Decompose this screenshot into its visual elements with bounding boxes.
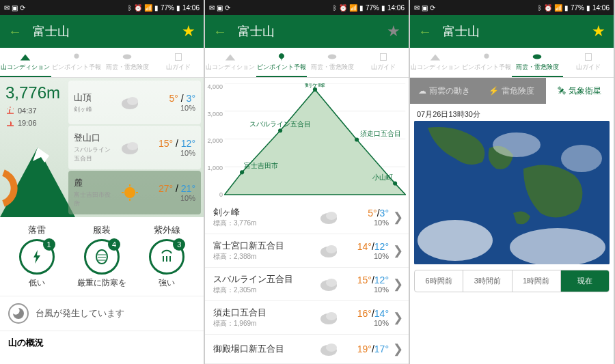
svg-text:剣ヶ峰: 剣ヶ峰 [305,83,325,88]
page-title: 富士山 [33,23,171,40]
sunrise-row: 04:37 [5,107,63,115]
status-bar: ✉ ▣ ⟳ ᛒ ⏰ 📶 ▮ 77% ▮ 14:06 [0,0,204,15]
tab-guide[interactable]: 山ガイド [358,48,409,77]
chevron-right-icon: ❯ [389,341,403,356]
svg-point-17 [328,54,337,59]
time-btn-1h[interactable]: 1時間前 [512,270,561,292]
alarm-icon: ⏰ [134,4,142,12]
favorite-button[interactable]: ★ [592,23,605,40]
tab-condition[interactable]: 山コンディション [410,48,461,77]
typhoon-alert[interactable]: 台風が発生しています [0,296,204,331]
svg-rect-18 [380,54,386,61]
screen-condition: ✉ ▣ ⟳ ᛒ ⏰ 📶 ▮ 77% ▮ 14:06 ← 富士山 ★ 山コンディシ… [0,0,204,364]
svg-point-28 [355,137,359,141]
point-row[interactable]: スバルライン五合目標高：2,305m 15°/12°10% ❯ [205,268,409,301]
cloud-icon [318,275,340,293]
svg-point-36 [326,212,337,220]
svg-point-7 [127,97,138,105]
svg-point-42 [326,312,337,320]
svg-point-25 [240,170,244,174]
tab-guide[interactable]: 山ガイド [563,48,614,77]
subtab-thunder[interactable]: ⚡雷危険度 [478,78,545,104]
bluetooth-icon: ᛒ [128,4,132,12]
tabs: 山コンディション ピンポイント予報 雨雲・雷危険度 山ガイド [410,48,614,78]
svg-rect-48 [585,54,591,61]
app-bar: ← 富士山 ★ [0,15,204,48]
cloud-icon [119,93,141,112]
chart-svg: 剣ヶ峰 スバルライン五合目 須走口五合目 富士吉田市 小山町 [224,83,406,198]
svg-point-47 [533,54,542,59]
metric-uv[interactable]: 紫外線 3 強い [135,224,200,289]
chevron-right-icon: ❯ [389,210,403,225]
lightning-icon [28,248,46,266]
cloud-icon [318,242,340,260]
screen-pinpoint: ✉▣⟳ ᛒ⏰📶▮77%▮14:06 ← 富士山 ★ 山コンディション ピンポイン… [205,0,409,364]
weather-card-trailhead[interactable]: 登山口スバルライン五合目 15° / 12°10% [68,126,201,169]
subtab-rain[interactable]: ☁雨雲の動き [410,78,478,104]
metric-clothing[interactable]: 服装 4 厳重に防寒を [69,224,134,289]
svg-point-40 [326,279,337,287]
tab-rain-thunder[interactable]: 雨雲・雷危険度 [307,48,358,77]
point-row[interactable]: 富士宮口新五合目標高：2,388m 14°/12°10% ❯ [205,234,409,268]
rain-icon: ☁ [418,86,426,96]
tab-rain-thunder[interactable]: 雨雲・雷危険度 [512,48,563,77]
svg-text:小山町: 小山町 [372,173,393,181]
battery-icon: ▮ [176,4,180,12]
notif-icon: ▣ [12,4,18,12]
clothing-icon [93,248,111,266]
point-row[interactable]: 御殿場口新五合目 19°/17° ❯ [205,335,409,364]
point-row[interactable]: 剣ヶ峰標高：3,776m 5°/3°10% ❯ [205,201,409,234]
typhoon-icon [8,303,29,324]
time-selector: 6時間前 3時間前 1時間前 現在 [414,270,610,292]
tab-pinpoint[interactable]: ピンポイント予報 [461,48,512,77]
status-bar: ✉▣⟳ ᛒ⏰📶▮77%▮14:06 [205,0,409,15]
back-button[interactable]: ← [418,24,432,40]
screen-satellite: ✉▣⟳ ᛒ⏰📶▮77%▮14:06 ← 富士山 ★ 山コンディション ピンポイン… [410,0,614,364]
subtabs: ☁雨雲の動き ⚡雷危険度 🛰気象衛星 [410,78,614,104]
chevron-right-icon: ❯ [389,310,403,325]
svg-point-29 [393,182,397,186]
tab-rain-thunder[interactable]: 雨雲・雷危険度 [102,48,153,77]
svg-text:須走口五合目: 須走口五合目 [360,130,401,137]
tab-condition[interactable]: 山コンディション [0,48,51,77]
svg-marker-16 [226,54,235,60]
svg-point-52 [493,132,541,157]
tabs: 山コンディション ピンポイント予報 雨雲・雷危険度 山ガイド [0,48,204,78]
point-row[interactable]: 須走口五合目標高：1,969m 16°/14°10% ❯ [205,301,409,335]
back-button[interactable]: ← [213,24,227,40]
sunset-row: 19:06 [5,119,63,127]
weather-card-summit[interactable]: 山頂剣ヶ峰 5° / 3°10% [68,81,201,124]
tab-guide[interactable]: 山ガイド [153,48,204,77]
satellite-icon: 🛰 [558,86,566,96]
tab-condition[interactable]: 山コンディション [205,48,256,77]
clock: 14:06 [182,4,200,12]
favorite-button[interactable]: ★ [387,23,400,40]
svg-point-15 [96,250,107,264]
svg-point-53 [561,145,602,172]
subtab-satellite[interactable]: 🛰気象衛星 [546,78,614,104]
svg-point-9 [127,142,138,150]
satellite-timestamp: 07月26日13時30分 [414,108,610,121]
svg-point-38 [326,245,337,253]
tab-pinpoint[interactable]: ピンポイント予報 [51,48,102,77]
svg-rect-3 [175,54,181,61]
app-bar: ← 富士山 ★ [205,15,409,48]
sun-icon [119,183,141,202]
tab-pinpoint[interactable]: ピンポイント予報 [256,48,308,77]
svg-marker-0 [20,54,30,60]
svg-point-10 [124,187,135,198]
svg-point-46 [484,54,489,59]
favorite-button[interactable]: ★ [182,23,195,40]
back-button[interactable]: ← [8,24,22,40]
weather-card-foot[interactable]: 麓富士吉田市役所 27° / 21°10% [68,171,201,214]
overview-section: 山の概況 [0,331,204,354]
notif-icon: ⟳ [20,4,25,12]
time-btn-now[interactable]: 現在 [561,270,609,292]
metric-lightning[interactable]: 落雷 1 低い [4,224,69,289]
tabs: 山コンディション ピンポイント予報 雨雲・雷危険度 山ガイド [205,48,409,78]
time-btn-6h[interactable]: 6時間前 [415,270,463,292]
satellite-map[interactable] [414,121,610,264]
time-btn-3h[interactable]: 3時間前 [463,270,512,292]
wifi-icon: 📶 [144,4,152,12]
svg-text:富士吉田市: 富士吉田市 [244,162,278,169]
